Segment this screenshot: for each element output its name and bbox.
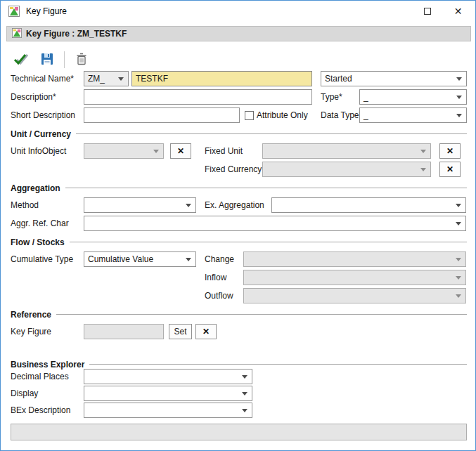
chevron-down-icon xyxy=(242,375,247,379)
section-unit-currency-title: Unit / Currency xyxy=(11,129,71,139)
section-unit-currency: Unit / Currency xyxy=(11,129,467,139)
key-figure-set-button[interactable]: Set xyxy=(169,324,192,339)
clear-icon: ✕ xyxy=(446,146,454,156)
object-header-title: Key Figure : ZM_TESTKF xyxy=(26,29,127,39)
section-rule xyxy=(89,364,467,365)
ex-aggregation-combo[interactable] xyxy=(271,197,466,213)
activate-check-icon xyxy=(13,52,28,68)
chevron-down-icon xyxy=(456,77,462,81)
outflow-combo xyxy=(243,288,466,303)
unit-infoobject-combo xyxy=(84,143,164,159)
chevron-down-icon xyxy=(420,168,426,171)
maximize-button[interactable] xyxy=(411,1,443,22)
technical-name-input[interactable] xyxy=(131,71,312,86)
section-rule xyxy=(70,242,467,242)
aggr-ref-char-combo[interactable] xyxy=(84,216,466,231)
unit-infoobject-clear-button[interactable]: ✕ xyxy=(170,143,191,159)
technical-name-prefix-combo[interactable]: ZM_ xyxy=(84,71,129,86)
attribute-only-checkbox[interactable] xyxy=(245,111,254,120)
change-label: Change xyxy=(205,251,234,267)
type-label: Type* xyxy=(321,89,342,105)
fixed-unit-combo xyxy=(262,143,431,159)
section-rule xyxy=(65,188,467,188)
key-figure-window-icon xyxy=(8,6,20,17)
decimal-places-combo[interactable] xyxy=(84,369,252,384)
section-reference: Reference xyxy=(11,309,467,320)
change-combo xyxy=(243,251,466,267)
delete-button[interactable] xyxy=(70,50,93,70)
data-type-label: Data Type* xyxy=(321,107,362,123)
chevron-down-icon xyxy=(242,409,247,412)
chevron-down-icon xyxy=(456,258,461,261)
section-flow-stocks: Flow / Stocks xyxy=(11,237,467,247)
inflow-label: Inflow xyxy=(205,270,226,285)
fixed-unit-label: Fixed Unit xyxy=(205,143,243,159)
maximize-icon xyxy=(424,8,431,15)
key-figure-icon xyxy=(12,28,22,40)
section-aggregation-title: Aggregation xyxy=(11,183,60,193)
save-floppy-icon xyxy=(41,53,53,67)
close-icon: ✕ xyxy=(454,6,463,17)
fixed-unit-clear-button[interactable]: ✕ xyxy=(439,143,461,159)
type-value: _ xyxy=(360,90,466,104)
close-button[interactable]: ✕ xyxy=(442,1,474,22)
short-description-label: Short Description xyxy=(11,107,75,123)
section-business-explorer-title: Business Explorer xyxy=(11,360,84,370)
status-value: Started xyxy=(321,72,466,86)
toolbar-separator xyxy=(64,51,65,68)
method-label: Method xyxy=(11,197,39,213)
aggr-ref-char-label: Aggr. Ref. Char xyxy=(11,216,69,231)
outflow-label: Outflow xyxy=(205,288,233,303)
toolbar xyxy=(9,49,97,70)
description-label: Description* xyxy=(11,89,56,105)
bex-description-combo[interactable] xyxy=(84,403,252,418)
technical-name-label: Technical Name* xyxy=(11,71,74,86)
clear-icon: ✕ xyxy=(202,327,210,336)
save-button[interactable] xyxy=(36,50,58,70)
titlebar[interactable]: Key Figure ✕ xyxy=(1,1,475,22)
chevron-down-icon xyxy=(242,392,247,396)
fixed-currency-combo xyxy=(262,162,431,177)
cumulative-type-combo[interactable]: Cumulative Value xyxy=(84,251,196,267)
section-business-explorer: Business Explorer xyxy=(11,359,467,370)
key-figure-dialog: Key Figure ✕ Key Figure : ZM_TESTKF xyxy=(0,0,476,451)
display-label: Display xyxy=(11,386,38,401)
display-combo[interactable] xyxy=(84,386,252,401)
clear-icon: ✕ xyxy=(446,164,454,174)
decimal-places-label: Decimal Places xyxy=(11,369,69,384)
chevron-down-icon xyxy=(456,114,462,117)
bex-long-description-field xyxy=(11,424,467,440)
section-rule xyxy=(76,133,467,134)
key-figure-label: Key Figure xyxy=(11,324,51,339)
cumulative-type-label: Cumulative Type xyxy=(11,251,73,267)
section-aggregation: Aggregation xyxy=(11,183,467,193)
chevron-down-icon xyxy=(186,204,191,207)
chevron-down-icon xyxy=(153,150,159,153)
ex-aggregation-label: Ex. Aggregation xyxy=(205,197,264,213)
trash-icon xyxy=(76,53,87,67)
chevron-down-icon xyxy=(118,77,124,81)
description-input[interactable] xyxy=(84,89,312,105)
status-combo[interactable]: Started xyxy=(321,71,467,86)
unit-infoobject-label: Unit InfoObject xyxy=(11,143,66,159)
object-header: Key Figure : ZM_TESTKF xyxy=(6,26,471,41)
activate-button[interactable] xyxy=(9,50,32,70)
section-flow-stocks-title: Flow / Stocks xyxy=(11,237,65,247)
section-reference-title: Reference xyxy=(11,310,51,320)
fixed-currency-clear-button[interactable]: ✕ xyxy=(439,162,461,177)
fixed-currency-label: Fixed Currency xyxy=(205,162,262,177)
chevron-down-icon xyxy=(186,258,191,261)
bex-description-label: BEx Description xyxy=(11,403,70,418)
window-title: Key Figure xyxy=(26,1,67,22)
short-description-input[interactable] xyxy=(84,107,240,123)
chevron-down-icon xyxy=(456,204,461,207)
method-combo[interactable] xyxy=(84,197,196,213)
chevron-down-icon xyxy=(456,96,462,99)
chevron-down-icon xyxy=(456,294,461,298)
clear-icon: ✕ xyxy=(177,146,184,156)
type-combo[interactable]: _ xyxy=(359,89,467,105)
data-type-combo[interactable]: _ xyxy=(359,107,467,123)
chevron-down-icon xyxy=(456,276,461,280)
cumulative-type-value: Cumulative Value xyxy=(84,252,195,266)
key-figure-clear-button[interactable]: ✕ xyxy=(195,324,217,339)
